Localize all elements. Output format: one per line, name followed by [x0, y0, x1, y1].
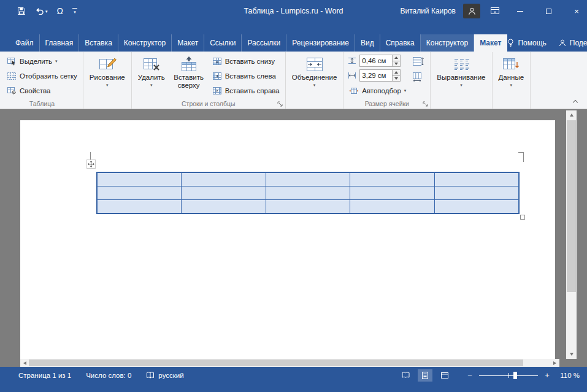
distribute-columns-button[interactable]: [410, 70, 426, 83]
tab-review[interactable]: Рецензирование: [286, 34, 355, 52]
tab-table-layout[interactable]: Макет: [474, 34, 507, 52]
table-cell-r1c4[interactable]: [350, 173, 434, 186]
view-gridlines-button[interactable]: Отобразить сетку: [5, 69, 79, 82]
table-cell-r3c2[interactable]: [182, 200, 266, 213]
table-cell-r2c5[interactable]: [435, 186, 519, 200]
ribbon-display-options-button[interactable]: [490, 7, 500, 15]
merge-cells-icon: [305, 56, 324, 72]
tab-home[interactable]: Главная: [40, 34, 80, 52]
insert-below-button[interactable]: Вставить снизу: [210, 55, 282, 67]
ribbon: Выделить ▾ Отобразить сетку Свойства Таб…: [0, 52, 587, 109]
undo-button[interactable]: ▾: [35, 7, 48, 15]
tab-references[interactable]: Ссылки: [204, 34, 242, 52]
table-cell-r2c4[interactable]: [350, 186, 434, 200]
table-cell-r2c1[interactable]: [98, 186, 182, 200]
column-width-decrease-button[interactable]: [393, 75, 400, 82]
scroll-right-button[interactable]: [550, 359, 559, 367]
table-cell-r1c2[interactable]: [182, 173, 266, 186]
save-button[interactable]: [17, 7, 26, 15]
insert-left-icon: [212, 72, 222, 80]
chevron-down-icon: ▾: [404, 88, 407, 93]
close-button[interactable]: ×: [566, 2, 587, 20]
zoom-out-button[interactable]: −: [466, 371, 474, 380]
table-cell-r3c3[interactable]: [266, 200, 350, 213]
page[interactable]: [20, 120, 555, 359]
tab-design[interactable]: Конструктор: [118, 34, 172, 52]
tab-file[interactable]: Файл: [10, 34, 40, 52]
account-name[interactable]: Виталий Каиров: [400, 7, 456, 15]
chevron-down-icon: ▾: [313, 83, 316, 87]
horizontal-scrollbar[interactable]: [20, 359, 559, 367]
minimize-button[interactable]: [510, 2, 531, 20]
chevron-down-icon: ▾: [45, 9, 48, 13]
table-cell-r1c3[interactable]: [266, 173, 350, 186]
rows-columns-dialog-launcher[interactable]: [277, 101, 284, 107]
tab-insert[interactable]: Вставка: [79, 34, 118, 52]
tab-help[interactable]: Справка: [380, 34, 421, 52]
insert-right-button[interactable]: Вставить справа: [210, 84, 282, 97]
table-cell-r1c5[interactable]: [435, 173, 519, 186]
data-button[interactable]: Данные ▾: [496, 55, 527, 88]
merge-button[interactable]: Объединение ▾: [290, 55, 340, 88]
proofing-button[interactable]: русский: [146, 372, 183, 379]
collapse-ribbon-button[interactable]: [570, 98, 581, 107]
row-height-increase-button[interactable]: [393, 55, 400, 61]
cell-size-dialog-launcher[interactable]: [422, 101, 429, 107]
zoom-slider[interactable]: [479, 371, 538, 380]
distribute-rows-button[interactable]: [410, 55, 426, 68]
select-table-button[interactable]: Выделить ▾: [5, 55, 79, 67]
share-button[interactable]: Поделиться: [559, 39, 587, 47]
page-indicator[interactable]: Страница 1 из 1: [18, 372, 71, 379]
alignment-icon: [453, 56, 470, 72]
table-cell-r3c5[interactable]: [435, 200, 519, 213]
column-width-input[interactable]: [359, 69, 393, 82]
zoom-in-button[interactable]: +: [543, 371, 551, 380]
table-properties-button[interactable]: Свойства: [5, 84, 79, 97]
symbol-button[interactable]: Ω: [57, 7, 63, 15]
draw-table-button[interactable]: Рисование ▾: [87, 55, 128, 88]
zoom-slider-thumb[interactable]: [513, 372, 517, 379]
table-move-handle[interactable]: [86, 159, 96, 169]
spellcheck-book-icon: [146, 372, 155, 379]
autofit-button[interactable]: Автоподбор ▾: [347, 84, 408, 97]
group-merge: Объединение ▾: [286, 52, 344, 109]
row-height-decrease-button[interactable]: [393, 61, 400, 67]
row-height-input[interactable]: [359, 55, 393, 67]
help-button[interactable]: Помощь: [507, 39, 546, 47]
column-width-increase-button[interactable]: [393, 70, 400, 75]
view-read-mode-button[interactable]: [398, 369, 413, 382]
avatar[interactable]: [463, 4, 480, 18]
column-width-icon: [347, 71, 357, 80]
insert-left-button[interactable]: Вставить слева: [210, 69, 282, 82]
table-cell-r3c1[interactable]: [98, 200, 182, 213]
horizontal-scrollbar-thumb[interactable]: [29, 359, 523, 366]
view-web-layout-button[interactable]: [437, 369, 452, 382]
table-cell-r1c1[interactable]: [98, 173, 182, 186]
insert-above-button[interactable]: Вставить сверху: [167, 55, 210, 91]
maximize-button[interactable]: [538, 2, 559, 20]
scroll-left-button[interactable]: [20, 359, 29, 367]
qat-customize-button[interactable]: ▾: [72, 8, 77, 15]
tab-table-design[interactable]: Конструктор: [421, 34, 474, 52]
group-cell-size: Автоподбор ▾ Размер ячейки: [343, 52, 431, 109]
alignment-button[interactable]: Выравнивание ▾: [434, 55, 488, 88]
delete-button[interactable]: Удалить ▾: [136, 55, 167, 88]
scroll-down-button[interactable]: [566, 350, 577, 359]
vertical-scrollbar[interactable]: [566, 110, 577, 359]
tab-view[interactable]: Вид: [355, 34, 380, 52]
word-count[interactable]: Число слов: 0: [86, 372, 131, 379]
view-print-layout-button[interactable]: [418, 369, 432, 382]
vertical-scrollbar-thumb[interactable]: [567, 120, 576, 292]
scroll-up-button[interactable]: [566, 110, 577, 120]
group-label-rows-columns: Строки и столбцы: [132, 100, 285, 107]
table-cell-r3c4[interactable]: [350, 200, 434, 213]
insert-right-icon: [212, 86, 222, 95]
table-cell-r2c3[interactable]: [266, 186, 350, 200]
table-resize-handle[interactable]: [520, 215, 525, 220]
tab-mailings[interactable]: Рассылки: [242, 34, 286, 52]
group-label-table: Таблица: [1, 100, 83, 107]
zoom-level[interactable]: 110 %: [556, 372, 580, 379]
table-cell-r2c2[interactable]: [182, 186, 266, 200]
group-draw: Рисование ▾: [83, 52, 132, 109]
tab-layout[interactable]: Макет: [172, 34, 204, 52]
